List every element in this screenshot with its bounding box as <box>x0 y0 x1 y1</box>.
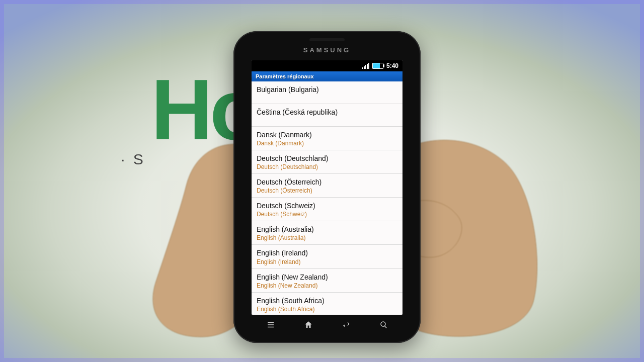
list-item[interactable]: Deutsch (Deutschland)Deutsch (Deutschlan… <box>252 150 403 174</box>
soft-key-bar <box>252 320 403 332</box>
list-item[interactable]: Dansk (Danmark)Dansk (Danmark) <box>252 127 403 150</box>
photo-backdrop: Hochs · S rks · SAMSUNG 5:40 Paramètres … <box>0 0 644 362</box>
menu-icon[interactable] <box>266 320 275 332</box>
earpiece <box>309 38 345 41</box>
list-item[interactable]: English (Ireland)English (Ireland) <box>252 245 403 268</box>
search-icon[interactable] <box>379 320 388 332</box>
signal-icon <box>362 63 369 69</box>
status-bar: 5:40 <box>252 60 403 71</box>
svg-rect-1 <box>268 324 274 325</box>
page-title: Paramètres régionaux <box>252 71 403 81</box>
home-icon[interactable] <box>304 320 313 332</box>
svg-rect-2 <box>268 326 274 327</box>
back-icon[interactable] <box>342 320 351 332</box>
list-item[interactable]: Bulgarian (Bulgaria) <box>252 81 403 104</box>
list-item[interactable]: English (New Zealand)English (New Zealan… <box>252 269 403 293</box>
list-item[interactable]: Čeština (Česká republika) <box>252 104 403 127</box>
list-item[interactable]: English (South Africa)English (South Afr… <box>252 293 403 315</box>
list-item[interactable]: Deutsch (Österreich)Deutsch (Österreich) <box>252 174 403 198</box>
device-brand: SAMSUNG <box>233 46 421 54</box>
tablet-device: SAMSUNG 5:40 Paramètres régionaux Bulgar… <box>233 31 421 343</box>
status-time: 5:40 <box>386 62 398 69</box>
device-screen: 5:40 Paramètres régionaux Bulgarian (Bul… <box>252 60 403 315</box>
locale-list[interactable]: Bulgarian (Bulgaria) Čeština (Česká repu… <box>252 81 403 315</box>
battery-icon <box>372 63 383 69</box>
list-item[interactable]: English (Australia)English (Australia) <box>252 221 403 245</box>
list-item[interactable]: Deutsch (Schweiz)Deutsch (Schweiz) <box>252 198 403 221</box>
svg-rect-4 <box>384 325 386 328</box>
svg-rect-0 <box>268 322 274 323</box>
